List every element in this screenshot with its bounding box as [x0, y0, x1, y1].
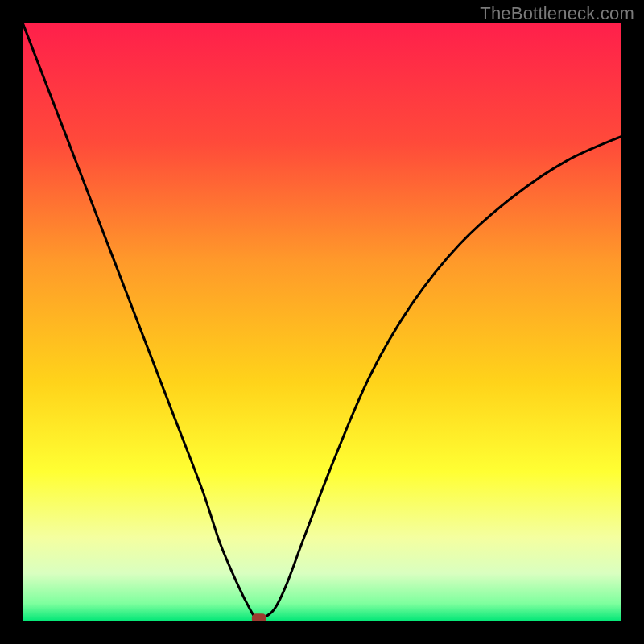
plot-area [23, 23, 621, 621]
chart-background [23, 23, 621, 621]
optimal-point-marker [252, 613, 266, 621]
bottleneck-chart [23, 23, 621, 621]
watermark-text: TheBottleneck.com [480, 3, 634, 24]
chart-frame: TheBottleneck.com [0, 0, 644, 644]
